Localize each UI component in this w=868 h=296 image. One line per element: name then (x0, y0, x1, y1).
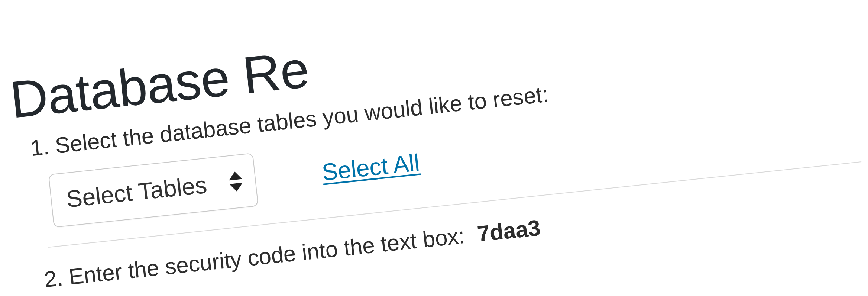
select-all-link[interactable]: Select All (321, 149, 421, 186)
tables-select-placeholder: Select Tables (65, 171, 208, 213)
step-1-number: 1. (29, 134, 51, 161)
step-2-number: 2. (43, 266, 64, 292)
tables-select[interactable]: Select Tables (48, 153, 259, 228)
step-2-text: Enter the security code into the text bo… (68, 223, 466, 290)
sort-arrows-icon (228, 171, 243, 192)
security-code-value: 7daa3 (476, 215, 541, 246)
